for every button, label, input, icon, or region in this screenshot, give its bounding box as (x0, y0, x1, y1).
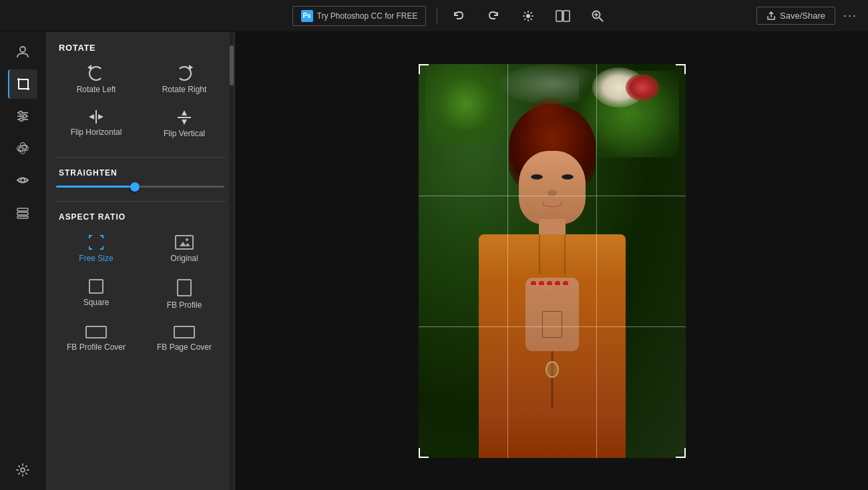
original-label: Original (170, 254, 198, 263)
more-options-button[interactable]: ··· (843, 9, 857, 23)
straighten-thumb[interactable] (130, 182, 140, 192)
original-icon (175, 235, 194, 250)
sidebar-item-healing[interactable] (8, 134, 37, 163)
flip-horizontal-icon (89, 110, 103, 124)
redo-button[interactable] (483, 5, 504, 27)
straighten-label: STRAIGHTEN (45, 168, 235, 186)
aspect-original-button[interactable]: Original (143, 230, 226, 268)
left-sidebar (0, 32, 45, 490)
rotate-left-label: Rotate Left (77, 85, 116, 94)
flip-right-arrow (98, 114, 103, 119)
aspect-free-size-button[interactable]: Free Size (55, 230, 138, 268)
svg-rect-31 (17, 212, 28, 215)
settings-icon (15, 463, 30, 477)
svg-line-7 (531, 12, 532, 13)
fb-profile-label: FB Profile (167, 300, 202, 310)
corner-tr (100, 235, 103, 238)
svg-point-33 (21, 468, 25, 472)
profile-icon (15, 44, 31, 60)
aspect-ratio-label: ASPECT RATIO (45, 212, 235, 230)
try-photoshop-button[interactable]: Ps Try Photoshop CC for FREE (292, 6, 427, 26)
nail-5 (563, 281, 568, 285)
save-share-button[interactable]: Save/Share (756, 7, 835, 25)
aspect-square-button[interactable]: Square (55, 274, 138, 315)
flip-up-arrow (182, 110, 187, 115)
flip-vertical-icon (178, 110, 191, 125)
svg-rect-32 (17, 216, 28, 218)
straighten-fill (56, 186, 135, 188)
foliage-left (425, 64, 505, 144)
svg-point-20 (19, 111, 22, 115)
flip-center-bar (95, 110, 97, 124)
panel-title: ROTATE (45, 32, 235, 61)
panel: ROTATE Rotate Left Rotate Right (45, 32, 236, 490)
sidebar-item-settings[interactable] (8, 455, 37, 485)
rotate-right-icon (177, 66, 192, 81)
scroll-thumb[interactable] (230, 45, 234, 85)
topbar-tool-icons (448, 5, 608, 27)
aspect-fb-profile-cover-button[interactable]: FB Profile Cover (55, 320, 138, 357)
aspect-fb-page-cover-button[interactable]: FB Page Cover (143, 320, 226, 357)
nail-1 (531, 281, 536, 285)
eye-icon (15, 173, 30, 188)
sidebar-item-adjustments[interactable] (8, 101, 37, 131)
nose (548, 190, 557, 196)
save-share-label: Save/Share (780, 11, 825, 21)
flip-horizontal-button[interactable]: Flip Horizontal (55, 105, 138, 144)
svg-rect-30 (17, 208, 28, 211)
corner-tl (89, 235, 92, 238)
sidebar-item-layers[interactable] (8, 198, 37, 227)
rotate-left-button[interactable]: Rotate Left (55, 61, 138, 99)
straighten-slider-container (45, 186, 235, 193)
smart-fix-button[interactable] (517, 5, 539, 27)
nail-4 (555, 281, 560, 285)
svg-point-16 (20, 47, 25, 52)
square-label: Square (83, 298, 110, 307)
free-size-icon (89, 235, 103, 250)
sun-icon (186, 238, 188, 241)
free-size-label: Free Size (79, 254, 113, 263)
svg-rect-9 (556, 11, 562, 21)
sidebar-item-crop[interactable] (8, 69, 37, 99)
face (519, 151, 586, 224)
zoom-icon (591, 9, 604, 23)
square-icon (89, 279, 103, 294)
straighten-slider[interactable] (56, 186, 224, 188)
fb-profile-cover-label: FB Profile Cover (67, 342, 126, 352)
flip-vertical-button[interactable]: Flip Vertical (143, 105, 226, 144)
mouth (543, 202, 562, 207)
smart-fix-icon (521, 9, 535, 23)
try-ps-label: Try Photoshop CC for FREE (317, 11, 418, 21)
fb-page-cover-icon (174, 326, 195, 338)
svg-point-29 (21, 178, 25, 182)
compare-button[interactable] (552, 5, 574, 27)
corner-br (100, 246, 103, 250)
svg-line-5 (525, 12, 526, 13)
topbar-center: Ps Try Photoshop CC for FREE (292, 5, 609, 27)
rotate-grid: Rotate Left Rotate Right Flip Horizontal (55, 61, 226, 144)
aspect-ratio-grid: Free Size Original Square FB Profile (45, 230, 235, 357)
rotate-right-button[interactable]: Rotate Right (143, 61, 226, 99)
ps-logo: Ps (301, 10, 313, 22)
belt-buckle (546, 361, 559, 378)
canvas-wrapper (419, 64, 686, 458)
left-eye (531, 174, 543, 180)
svg-point-21 (23, 115, 26, 118)
undo-icon (452, 9, 465, 23)
hands (525, 278, 579, 351)
share-icon (767, 11, 776, 21)
redo-icon (487, 9, 500, 23)
sidebar-item-profile[interactable] (8, 37, 37, 67)
scroll-indicator[interactable] (230, 32, 234, 490)
rotate-divider (55, 157, 226, 158)
zoom-button[interactable] (587, 5, 608, 27)
svg-line-6 (531, 18, 532, 19)
rotate-left-icon (89, 66, 103, 81)
sidebar-item-view[interactable] (8, 166, 37, 195)
undo-button[interactable] (448, 5, 469, 27)
tattoo (542, 311, 562, 338)
svg-point-28 (21, 148, 23, 150)
rotate-right-label: Rotate Right (162, 85, 207, 94)
aspect-fb-profile-button[interactable]: FB Profile (143, 274, 226, 315)
topbar-right: Save/Share ··· (756, 7, 857, 25)
